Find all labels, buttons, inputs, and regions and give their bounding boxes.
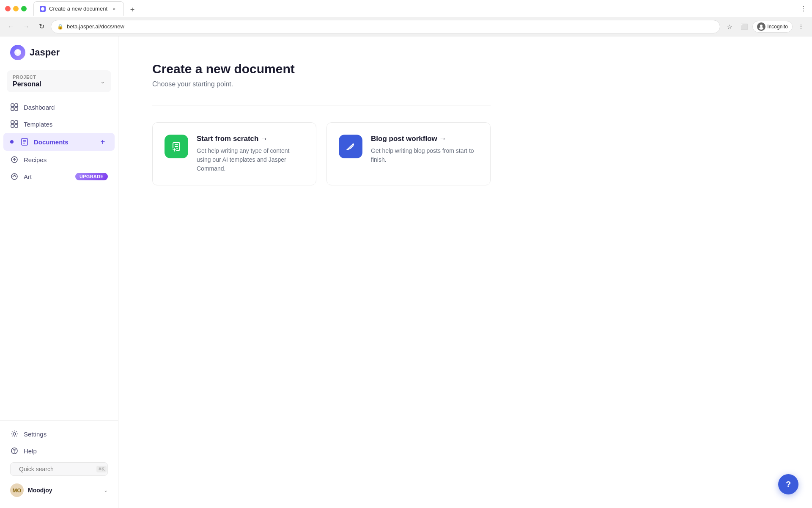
browser-more-btn[interactable]: ⋮	[800, 5, 807, 13]
window-controls	[5, 6, 27, 11]
recipes-icon	[10, 155, 19, 164]
svg-rect-9	[11, 121, 14, 124]
tab-close-btn[interactable]: ×	[111, 6, 118, 12]
scratch-icon	[170, 141, 182, 152]
help-fab-btn[interactable]: ?	[778, 474, 798, 494]
bookmark-btn[interactable]: ☆	[724, 21, 735, 33]
sidebar-item-documents[interactable]: Documents +	[3, 133, 115, 151]
window-maximize-btn[interactable]	[21, 6, 27, 11]
nav-section: Dashboard Templates Documents +	[0, 99, 118, 420]
help-label: Help	[24, 447, 108, 455]
sidebar-item-dashboard[interactable]: Dashboard	[3, 99, 115, 115]
address-bar[interactable]: 🔒 beta.jasper.ai/docs/new	[51, 20, 720, 33]
user-profile[interactable]: MO Moodjoy ⌄	[3, 479, 115, 501]
active-tab[interactable]: Create a new document ×	[33, 1, 124, 16]
sidebar-item-templates[interactable]: Templates	[3, 116, 115, 132]
tab-title: Create a new document	[49, 6, 107, 12]
svg-rect-12	[15, 124, 18, 127]
svg-point-22	[15, 176, 16, 177]
tab-favicon	[40, 6, 46, 12]
svg-point-23	[13, 433, 16, 435]
incognito-label: Incognito	[767, 24, 788, 30]
scratch-icon-wrapper	[165, 135, 188, 158]
upgrade-badge[interactable]: UPGRADE	[75, 173, 108, 180]
svg-rect-5	[11, 104, 14, 107]
browser-tabs: Create a new document × +	[30, 1, 797, 16]
scratch-desc: Get help writing any type of content usi…	[197, 146, 304, 173]
templates-label: Templates	[24, 121, 108, 128]
browser-titlebar: Create a new document × + ⋮	[0, 0, 812, 17]
active-dot	[10, 140, 14, 144]
address-text: beta.jasper.ai/docs/new	[67, 23, 714, 30]
user-name: Moodjoy	[28, 487, 99, 494]
project-chevron-icon: ⌄	[100, 78, 105, 85]
svg-rect-8	[15, 108, 18, 110]
blog-icon	[345, 141, 357, 152]
app-container: Jasper PROJECT Personal ⌄ Dashboard	[0, 36, 812, 508]
logo-icon	[10, 45, 25, 60]
options-grid: Start from scratch → Get help writing an…	[152, 122, 491, 185]
search-shortcut: ⌘K	[96, 466, 107, 472]
templates-icon	[10, 120, 19, 128]
incognito-btn[interactable]: Incognito	[752, 21, 793, 33]
project-info: PROJECT Personal	[13, 75, 41, 88]
quick-search-box[interactable]: ⌘K	[10, 462, 108, 476]
quick-search-input[interactable]	[19, 466, 93, 472]
page-title: Create a new document	[152, 62, 491, 76]
sidebar-logo: Jasper	[0, 36, 118, 67]
logo-text: Jasper	[30, 47, 60, 58]
reload-btn[interactable]: ↻	[36, 21, 47, 33]
window-minimize-btn[interactable]	[13, 6, 19, 11]
svg-rect-6	[15, 104, 18, 107]
split-view-btn[interactable]: ⬜	[738, 21, 750, 33]
main-content: Create a new document Choose your starti…	[118, 36, 812, 508]
menu-btn[interactable]: ⋮	[795, 21, 807, 33]
scratch-content: Start from scratch → Get help writing an…	[197, 135, 304, 173]
svg-rect-11	[11, 124, 14, 127]
dashboard-label: Dashboard	[24, 104, 108, 111]
svg-rect-7	[11, 108, 14, 110]
art-label: Art	[24, 173, 70, 180]
sidebar-item-art[interactable]: Art UPGRADE	[3, 168, 115, 185]
sidebar-bottom: Settings Help ⌘K MO Moodjoy ⌄	[0, 420, 118, 508]
blog-desc: Get help writing blog posts from start t…	[371, 146, 478, 164]
start-from-scratch-card[interactable]: Start from scratch → Get help writing an…	[152, 122, 316, 185]
recipes-label: Recipes	[24, 156, 108, 163]
sidebar-item-help[interactable]: Help	[3, 443, 115, 459]
browser-chrome: Create a new document × + ⋮ ← → ↻ 🔒 beta…	[0, 0, 812, 36]
svg-point-0	[41, 7, 44, 11]
toolbar-actions: ☆ ⬜ Incognito ⋮	[724, 21, 807, 33]
browser-toolbar: ← → ↻ 🔒 beta.jasper.ai/docs/new ☆ ⬜ Inco…	[0, 17, 812, 36]
back-btn[interactable]: ←	[5, 21, 17, 33]
blog-icon-wrapper	[339, 135, 362, 158]
window-close-btn[interactable]	[5, 6, 11, 11]
blog-content: Blog post workflow → Get help writing bl…	[371, 135, 478, 164]
documents-icon	[20, 138, 29, 146]
svg-point-37	[352, 144, 354, 145]
user-chevron-icon: ⌄	[104, 487, 108, 493]
art-icon	[10, 172, 19, 181]
incognito-avatar	[757, 22, 765, 31]
sidebar: Jasper PROJECT Personal ⌄ Dashboard	[0, 36, 118, 508]
svg-point-25	[14, 452, 15, 453]
sidebar-item-recipes[interactable]: Recipes	[3, 152, 115, 168]
svg-point-4	[16, 51, 19, 54]
project-name: Personal	[13, 80, 41, 88]
svg-point-2	[759, 27, 763, 30]
page-subtitle: Choose your starting point.	[152, 80, 491, 88]
new-tab-btn[interactable]: +	[126, 4, 138, 16]
svg-point-19	[11, 174, 17, 179]
forward-btn[interactable]: →	[20, 21, 32, 33]
settings-label: Settings	[24, 431, 108, 438]
sidebar-item-settings[interactable]: Settings	[3, 426, 115, 442]
avatar: MO	[10, 483, 24, 497]
add-document-btn[interactable]: +	[98, 137, 108, 147]
dashboard-icon	[10, 103, 19, 111]
project-selector[interactable]: PROJECT Personal ⌄	[7, 70, 111, 92]
blog-post-workflow-card[interactable]: Blog post workflow → Get help writing bl…	[326, 122, 491, 185]
documents-label: Documents	[34, 138, 93, 146]
blog-title: Blog post workflow →	[371, 135, 478, 143]
svg-point-20	[13, 176, 14, 177]
project-label: PROJECT	[13, 75, 41, 80]
svg-point-21	[14, 175, 15, 176]
